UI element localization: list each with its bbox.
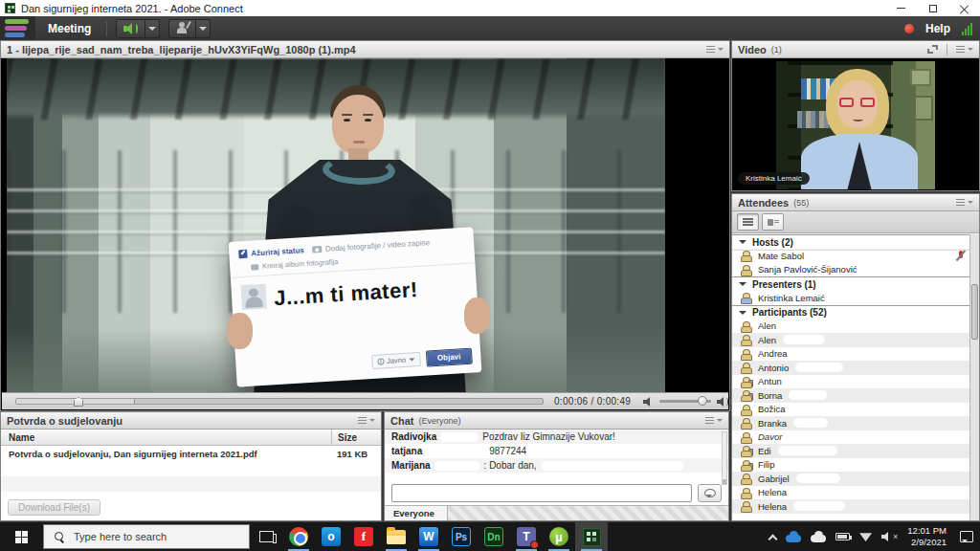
webcam-video-area[interactable]: Kristinka Lemaić xyxy=(732,58,979,190)
taskbar-outlook[interactable]: o xyxy=(315,522,347,551)
volume-up-icon[interactable] xyxy=(717,397,727,407)
attendee-row[interactable]: Filip xyxy=(732,458,969,473)
pod-menu-icon[interactable] xyxy=(956,46,965,53)
attendee-row[interactable]: Davor xyxy=(732,430,969,445)
file-row[interactable]: Potvrda o sudjelovanju, Dan sigurnijeg i… xyxy=(1,446,381,461)
taskbar-chrome[interactable] xyxy=(282,522,315,551)
hidden-icons-chevron[interactable] xyxy=(768,534,778,543)
windows-logo-icon xyxy=(15,531,28,543)
start-button[interactable] xyxy=(0,522,43,551)
video-pod-title: Video xyxy=(738,44,767,55)
status-button[interactable] xyxy=(168,19,196,38)
attendee-icon xyxy=(740,264,751,276)
adobe-connect-icon xyxy=(583,528,601,546)
taskbar-utorrent[interactable]: µ xyxy=(543,522,575,551)
close-button[interactable] xyxy=(948,0,980,16)
files-table-header[interactable]: Name Size xyxy=(1,430,381,446)
download-files-button[interactable]: Download File(s) xyxy=(8,499,100,516)
volume-muted-icon[interactable]: × xyxy=(881,532,898,541)
group-header-hosts[interactable]: Hosts (2) xyxy=(732,234,969,249)
taskbar-clock[interactable]: 12:01 PM 2/9/2021 xyxy=(907,525,947,549)
volume-knob[interactable] xyxy=(698,396,707,406)
pod-menu-button[interactable] xyxy=(706,45,724,54)
attendee-row[interactable]: Alen xyxy=(732,333,969,347)
scrollbar-thumb[interactable] xyxy=(971,284,978,340)
battery-icon[interactable] xyxy=(835,533,850,540)
taskbar-teams[interactable]: T xyxy=(510,522,543,551)
pod-menu-button[interactable] xyxy=(705,416,723,425)
taskbar-file-explorer[interactable] xyxy=(380,522,412,551)
attendee-row[interactable]: Edi xyxy=(732,444,969,458)
attendee-row[interactable]: Sanja Pavlović-Šijanović xyxy=(732,263,969,277)
adobe-connect-logo[interactable] xyxy=(0,16,35,40)
chat-scrollbar[interactable] xyxy=(722,431,727,485)
list-view-icon xyxy=(743,218,753,226)
speaker-dropdown[interactable] xyxy=(145,19,160,38)
attendee-phone-icon xyxy=(740,445,751,456)
attendee-row[interactable]: Helena xyxy=(732,486,969,500)
attendee-icon xyxy=(740,473,751,484)
attendee-row[interactable]: Kristinka Lemaić xyxy=(732,291,969,305)
minimize-button[interactable] xyxy=(885,0,917,16)
group-header-participants[interactable]: Participants (52) xyxy=(732,305,969,320)
task-view-button[interactable] xyxy=(250,522,282,551)
onedrive-icon[interactable] xyxy=(786,535,801,542)
attendee-row[interactable]: Mate Sabol xyxy=(732,249,969,263)
meeting-menu[interactable]: Meeting xyxy=(35,16,106,40)
taskbar-photoshop[interactable]: Ps xyxy=(445,522,478,551)
taskbar-word[interactable]: W xyxy=(412,522,445,551)
clock-time: 12:01 PM xyxy=(907,525,947,537)
maximize-button[interactable] xyxy=(917,0,948,16)
connection-signal-icon[interactable] xyxy=(962,22,972,35)
speaker-button[interactable] xyxy=(116,19,145,38)
attendee-row[interactable]: Antun xyxy=(732,375,969,389)
volume-down-icon[interactable] xyxy=(643,397,654,407)
attendee-row[interactable]: Antonio xyxy=(732,361,969,375)
attendee-row[interactable]: Andrea xyxy=(732,347,969,362)
volume-slider[interactable] xyxy=(659,400,711,403)
attendee-icon xyxy=(740,487,751,498)
chat-input[interactable] xyxy=(391,484,692,502)
pod-menu-button[interactable] xyxy=(358,416,375,425)
attendee-row[interactable]: Borna xyxy=(732,388,969,403)
attendee-icon xyxy=(740,334,751,345)
attendee-list-view-button[interactable] xyxy=(737,213,759,231)
seek-bar[interactable] xyxy=(15,398,544,405)
fullscreen-icon[interactable] xyxy=(927,45,938,54)
file-size: 191 KB xyxy=(331,449,381,459)
wifi-icon[interactable] xyxy=(859,532,872,541)
attendee-row[interactable]: Alen xyxy=(732,320,969,334)
cloud-icon[interactable] xyxy=(811,535,826,542)
chat-text: Pozdrav Iiz Gimnazije Vukovar! xyxy=(482,431,615,442)
shared-video-area[interactable]: Ažuriraj status Dodaj fotografije / vide… xyxy=(1,58,729,392)
attendee-row[interactable]: Branka xyxy=(732,416,969,430)
help-menu[interactable]: Help xyxy=(925,22,950,35)
attendee-status-view-button[interactable] xyxy=(762,213,784,231)
column-size[interactable]: Size xyxy=(331,430,381,445)
attendees-scrollbar[interactable] xyxy=(969,234,979,520)
action-center-icon[interactable] xyxy=(960,531,973,542)
post-button-graphic: Objavi xyxy=(425,348,472,367)
status-dropdown[interactable] xyxy=(196,19,211,38)
collapse-triangle-icon xyxy=(739,240,746,248)
taskbar-search[interactable]: Type here to search xyxy=(43,524,250,549)
taskbar-adobe-connect[interactable] xyxy=(575,522,608,551)
attendee-row[interactable]: Gabrijel xyxy=(732,472,969,486)
taskbar-facebook[interactable]: f xyxy=(347,522,380,551)
attendee-row[interactable]: Helena xyxy=(732,499,969,514)
chat-message: tatjana 9877244 xyxy=(385,444,728,458)
tab-everyone[interactable]: Everyone xyxy=(385,506,448,520)
attendee-row[interactable]: Božica xyxy=(732,403,969,417)
clock-date: 2/9/2021 xyxy=(907,537,947,548)
audience-selector: Javno xyxy=(371,352,421,369)
send-message-button[interactable] xyxy=(698,484,722,502)
attendee-webcam-icon xyxy=(740,292,751,303)
chat-scope: (Everyone) xyxy=(418,416,460,426)
pod-menu-button[interactable] xyxy=(956,198,973,207)
share-pod-title: 1 - lijepa_rije_sad_nam_treba_lijeparije… xyxy=(7,44,356,55)
attendee-name: Mate Sabol xyxy=(758,251,804,261)
column-name[interactable]: Name xyxy=(1,432,331,443)
group-header-presenters[interactable]: Presenters (1) xyxy=(732,276,969,291)
system-tray: × 12:01 PM 2/9/2021 xyxy=(769,525,980,549)
taskbar-indesign[interactable]: Dn xyxy=(478,522,510,551)
